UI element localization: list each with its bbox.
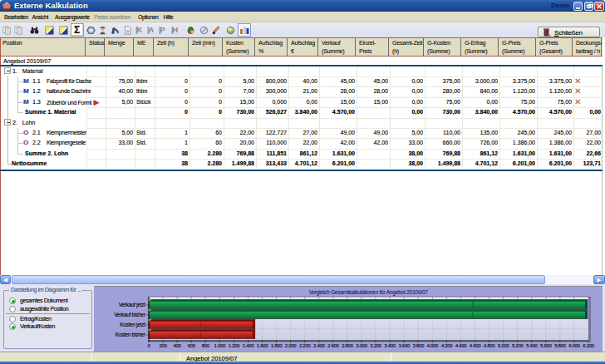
svg-text:6.200: 6.200 xyxy=(583,343,594,348)
svg-text:4.800: 4.800 xyxy=(484,343,495,348)
svg-text:1.400: 1.400 xyxy=(243,343,254,348)
svg-text:3.200: 3.200 xyxy=(370,343,381,348)
svg-text:600: 600 xyxy=(188,343,196,348)
svg-text:5.200: 5.200 xyxy=(512,343,524,348)
svg-text:1.600: 1.600 xyxy=(257,343,268,348)
svg-text:2.800: 2.800 xyxy=(342,343,353,348)
svg-text:4.200: 4.200 xyxy=(441,343,453,348)
svg-text:1.200: 1.200 xyxy=(229,343,240,348)
svg-text:2.000: 2.000 xyxy=(285,343,297,348)
svg-text:5.400: 5.400 xyxy=(526,343,538,348)
svg-text:3.400: 3.400 xyxy=(384,343,396,348)
svg-text:5.800: 5.800 xyxy=(554,343,566,348)
svg-text:4.600: 4.600 xyxy=(470,343,481,348)
svg-text:Kosten jetzt: Kosten jetzt xyxy=(120,322,145,328)
svg-text:4.000: 4.000 xyxy=(427,343,439,348)
svg-text:1.800: 1.800 xyxy=(271,343,283,348)
svg-text:6.000: 6.000 xyxy=(568,343,580,348)
svg-text:Vergleich Gesamtkalkulationen: Vergleich Gesamtkalkulationen für Angebo… xyxy=(308,289,428,296)
svg-text:2.200: 2.200 xyxy=(299,343,311,348)
svg-text:3.000: 3.000 xyxy=(356,343,367,348)
svg-text:Verkauf jetzt: Verkauf jetzt xyxy=(119,302,145,308)
svg-text:400: 400 xyxy=(174,343,182,348)
svg-text:2.400: 2.400 xyxy=(313,343,325,348)
svg-text:2.600: 2.600 xyxy=(327,343,339,348)
svg-text:5.000: 5.000 xyxy=(498,343,509,348)
svg-text:4.400: 4.400 xyxy=(455,343,467,348)
svg-text:3.800: 3.800 xyxy=(412,343,424,348)
svg-text:5.600: 5.600 xyxy=(540,343,552,348)
svg-text:800: 800 xyxy=(202,343,210,348)
svg-text:Verkauf bisher: Verkauf bisher xyxy=(114,312,145,317)
svg-text:Kosten bisher: Kosten bisher xyxy=(116,332,146,337)
svg-text:1.000: 1.000 xyxy=(214,343,226,348)
svg-text:3.600: 3.600 xyxy=(398,343,410,348)
svg-text:200: 200 xyxy=(160,343,168,348)
